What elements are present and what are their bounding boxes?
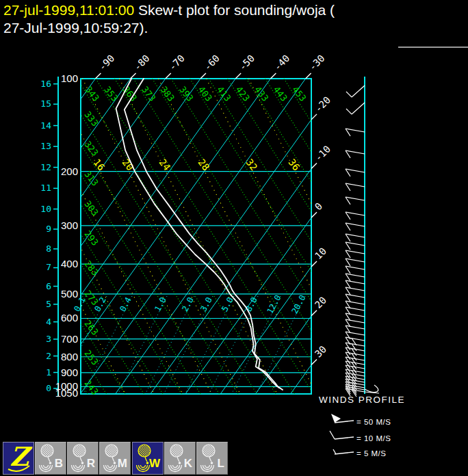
dry-adiabat-label: 353 [102, 84, 120, 103]
dry-adiabat-lines [0, 79, 468, 394]
height-label: 16 [40, 79, 51, 89]
isotherm-tick [95, 73, 101, 79]
toolbar-button-k[interactable]: K [164, 442, 196, 475]
temperature-trace [125, 79, 283, 390]
moist-adiabat [0, 79, 154, 394]
isotherm-top-label: -60 [202, 53, 222, 72]
wind-barb [346, 183, 365, 191]
isotherm-top-label: -30 [307, 53, 326, 72]
wind-barb [346, 274, 365, 281]
wind-barb [346, 242, 365, 250]
moist-adiabat-label: 16 [91, 157, 107, 172]
height-label: 7 [46, 262, 51, 272]
wind-legend-label: = 50 M/S [356, 418, 391, 426]
winds-profile-title: WINDS PROFILE [319, 395, 405, 405]
toolbar-button-z[interactable]: Z [3, 442, 34, 475]
wind-profile: WINDS PROFILE= 50 M/S= 10 M/S= 5 M/S [319, 77, 405, 458]
toolbar-button-l[interactable]: L [196, 442, 228, 475]
dry-adiabat [115, 79, 313, 394]
dry-adiabat [77, 79, 276, 394]
isotherm [0, 79, 200, 394]
isotherm-tick [311, 359, 317, 365]
moist-adiabat [207, 79, 365, 394]
dry-adiabat [228, 79, 426, 394]
moist-adiabat-lines [0, 79, 406, 394]
dry-adiabat [2, 79, 200, 394]
isotherm-top-label: -90 [96, 53, 116, 72]
moist-adiabat-label: 20 [120, 157, 135, 172]
dry-adiabat-label: 383 [159, 84, 177, 103]
wind-barb [346, 294, 365, 302]
isotherm [80, 79, 305, 394]
moist-adiabat [83, 79, 241, 394]
wind-barb [346, 212, 365, 220]
pressure-label: 500 [61, 288, 78, 300]
dry-adiabat-label: 253 [82, 348, 100, 367]
wind-barb [346, 103, 365, 114]
pressure-label: 600 [61, 312, 78, 323]
isotherm [0, 79, 131, 394]
toolbar-button-r[interactable]: R [67, 442, 99, 475]
isotherm [0, 79, 25, 394]
height-label: 8 [46, 243, 51, 254]
isotherm-right-label: 0 [313, 200, 324, 212]
height-label: 3 [46, 334, 51, 344]
app-window: 27-jul-1999,11:01:00 Skew-t plot for sou… [0, 0, 468, 476]
isotherm [151, 79, 376, 394]
isotherm-tick [131, 73, 136, 79]
dry-adiabat-label: 293 [82, 228, 100, 248]
flag-barb-icon [331, 414, 354, 423]
mixing-ratio-label: 2.0 [180, 295, 196, 313]
moist-adiabat-label: 36 [286, 157, 302, 172]
isotherm-tick [306, 73, 311, 79]
pressure-label: 700 [61, 333, 78, 345]
wind-barb [346, 280, 365, 288]
dry-adiabat-label: 403 [196, 84, 214, 103]
wind-barb [346, 85, 365, 97]
mixing-ratio-label: 12.0 [265, 293, 283, 315]
toolbar-button-m[interactable]: M [99, 442, 131, 475]
mixing-ratio-label: 1.0 [153, 295, 168, 313]
dry-adiabat-label: 423 [234, 84, 252, 103]
dry-adiabat [171, 79, 369, 394]
height-label: 15 [40, 98, 51, 109]
height-label: 13 [40, 141, 51, 151]
height-label: 5 [46, 299, 51, 309]
wind-barb [346, 169, 365, 176]
wind-barb [346, 266, 365, 274]
moist-adiabat-label: 28 [196, 157, 211, 172]
mixing-ratio-label: 20.0 [290, 293, 308, 315]
isotherm-top-label: -50 [237, 53, 257, 72]
isotherm [185, 79, 411, 394]
wind-barb [346, 150, 365, 158]
moist-adiabat-label: 32 [244, 157, 259, 172]
isotherm-top-label: -80 [131, 53, 151, 72]
height-label: 10 [40, 204, 51, 214]
toolbar-button-label: R [87, 457, 95, 471]
pressure-label: 400 [61, 258, 78, 269]
toolbar-button-w[interactable]: W [132, 442, 164, 475]
isotherm-lines [0, 79, 468, 394]
isotherm-tick [311, 261, 317, 267]
mixing-ratio-label: 0.4 [118, 295, 133, 313]
pressure-label: 100 [61, 72, 78, 84]
plot-border [81, 79, 311, 394]
toolbar-button-label: K [184, 457, 192, 471]
isotherm-top-label: -70 [167, 53, 187, 72]
height-label: 1 [46, 367, 51, 378]
pressure-label: 800 [61, 351, 78, 362]
isotherm-tick [166, 73, 171, 79]
height-label: 11 [40, 183, 51, 193]
mixing-ratio-label: 3.0 [198, 295, 214, 313]
z-logo-flourish [3, 442, 35, 475]
dry-adiabat-label: 393 [177, 84, 195, 103]
isotherm [255, 79, 468, 394]
dry-adiabat [0, 79, 144, 394]
isotherm-tick [270, 73, 276, 79]
wind-barb [346, 259, 365, 266]
isotherm-tick [235, 73, 241, 79]
toolbar-button-b[interactable]: B [35, 442, 66, 475]
dry-adiabat-label: 333 [82, 109, 100, 129]
pressure-label: 1050 [55, 387, 78, 399]
full-barb-icon [330, 431, 354, 439]
